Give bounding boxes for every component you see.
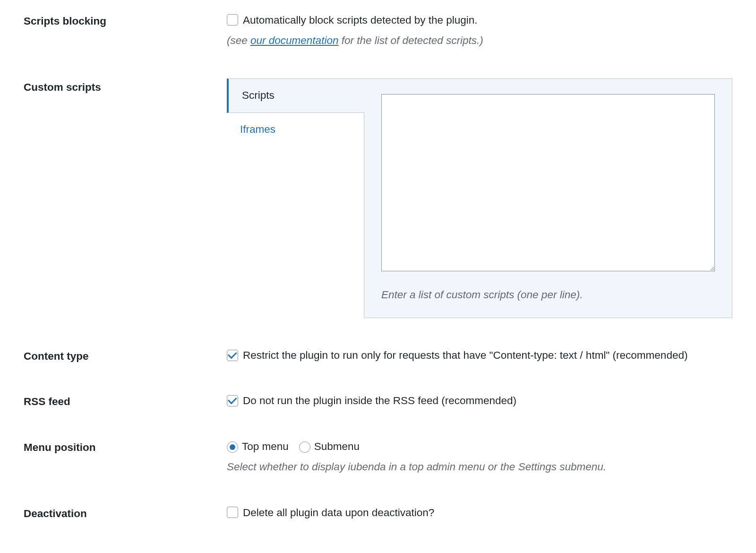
menu-position-submenu-radio[interactable]: [299, 441, 310, 453]
custom-scripts-textarea[interactable]: [381, 94, 715, 271]
deactivation-text: Delete all plugin data upon deactivation…: [243, 505, 434, 521]
tab-iframes[interactable]: Iframes: [227, 113, 364, 147]
menu-position-label: Menu position: [24, 439, 227, 454]
tab-scripts[interactable]: Scripts: [227, 78, 364, 113]
content-type-text: Restrict the plugin to run only for requ…: [243, 347, 732, 364]
deactivation-checkbox[interactable]: [227, 507, 238, 518]
documentation-link[interactable]: our documentation: [250, 35, 338, 46]
custom-scripts-label: Custom scripts: [24, 78, 227, 94]
content-type-checkbox[interactable]: [227, 350, 238, 361]
custom-scripts-tabs: Scripts Iframes Enter a list of custom s…: [227, 78, 732, 318]
rss-feed-label: RSS feed: [24, 393, 227, 408]
rss-feed-checkbox[interactable]: [227, 395, 238, 406]
scripts-blocking-text: Automatically block scripts detected by …: [243, 12, 478, 29]
deactivation-label: Deactivation: [24, 505, 227, 520]
custom-scripts-hint: Enter a list of custom scripts (one per …: [381, 287, 715, 303]
scripts-blocking-label: Scripts blocking: [24, 12, 227, 27]
menu-position-helper: Select whether to display iubenda in a t…: [227, 459, 732, 475]
rss-feed-text: Do not run the plugin inside the RSS fee…: [243, 393, 516, 409]
menu-position-submenu-text: Submenu: [314, 439, 360, 455]
menu-position-top-radio[interactable]: [227, 441, 238, 453]
menu-position-top-text: Top menu: [242, 439, 289, 455]
scripts-blocking-checkbox[interactable]: [227, 14, 238, 26]
custom-scripts-panel: Enter a list of custom scripts (one per …: [364, 78, 732, 318]
scripts-blocking-helper: (see our documentation for the list of d…: [227, 33, 732, 49]
content-type-label: Content type: [24, 347, 227, 363]
